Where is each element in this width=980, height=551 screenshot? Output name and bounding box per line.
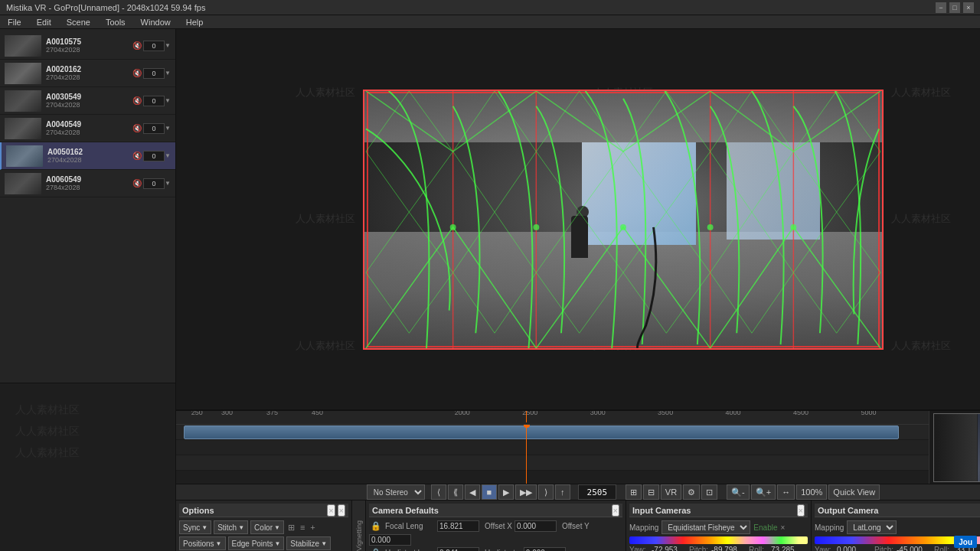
menu-scene[interactable]: Scene bbox=[62, 15, 95, 29]
options-expand-btn[interactable]: × bbox=[327, 504, 335, 517]
menu-tools[interactable]: Tools bbox=[101, 15, 130, 29]
preview-container[interactable] bbox=[363, 90, 884, 350]
timeline-ruler-container: 250 300 375 450 2000 2500 3000 3500 4000… bbox=[176, 411, 929, 484]
clip-name: A0040549 bbox=[46, 120, 129, 129]
volume-input[interactable] bbox=[143, 123, 165, 134]
focal-lock-icon[interactable]: 🔒 bbox=[369, 521, 383, 531]
camera-defaults-close[interactable]: × bbox=[612, 504, 619, 517]
undistort-c-input[interactable]: 0.000 bbox=[524, 547, 566, 551]
options-toolbar: Sync ▼ Stitch ▼ Color ▼ ⊞ ≡ + bbox=[179, 520, 348, 534]
volume-arrow[interactable]: ▼ bbox=[165, 42, 171, 49]
menu-window[interactable]: Window bbox=[136, 15, 175, 29]
clip-item-active[interactable]: A0050162 2704x2028 🔇 ▼ bbox=[0, 142, 175, 170]
snap-out-button[interactable]: ⟩ bbox=[538, 484, 554, 500]
track-area[interactable] bbox=[176, 425, 929, 484]
view-controls: ⊞ ⊟ VR ⚙ ⊡ bbox=[626, 484, 717, 500]
menu-edit[interactable]: Edit bbox=[32, 15, 56, 29]
zoom-out-button[interactable]: 🔍- bbox=[727, 484, 750, 500]
stop-button[interactable]: ■ bbox=[482, 484, 497, 500]
zoom-in-button[interactable]: 🔍+ bbox=[751, 484, 776, 500]
positions-dropdown[interactable]: Positions ▼ bbox=[179, 536, 226, 550]
offset-x-label: Offset X bbox=[485, 522, 512, 530]
sync-dropdown[interactable]: Sync ▼ bbox=[179, 520, 211, 534]
quick-view-button[interactable]: Quick View bbox=[828, 484, 880, 500]
clip-info: A0030549 2704x2028 bbox=[46, 93, 129, 109]
list-icon[interactable]: ≡ bbox=[299, 520, 306, 534]
vr-view-button[interactable]: VR bbox=[661, 484, 681, 500]
pitch-value: -89.798 bbox=[711, 546, 746, 551]
mapping-select[interactable]: Equidistant Fisheye bbox=[662, 520, 750, 534]
edge-points-dropdown[interactable]: Edge Points ▼ bbox=[228, 536, 285, 550]
menu-bar: File Edit Scene Tools Window Help bbox=[0, 15, 980, 29]
volume-input[interactable] bbox=[143, 68, 165, 79]
output-mapping-label: Mapping bbox=[815, 523, 844, 532]
track-clip[interactable] bbox=[184, 425, 899, 439]
clip-item[interactable]: A0020162 2704x2028 🔇 ▼ bbox=[0, 60, 175, 87]
stabilize-dropdown[interactable]: Stabilize ▼ bbox=[286, 536, 331, 550]
linkedin-badge[interactable]: Jou bbox=[954, 536, 977, 548]
stitch-dropdown[interactable]: Stitch ▼ bbox=[214, 520, 248, 534]
viewport[interactable]: 人人素材社区 人人素材社区 人人素材社区 人人素材社区 人人素材社区 人人素材社… bbox=[176, 29, 980, 409]
snap-in-button[interactable]: ⟨ bbox=[431, 484, 446, 500]
menu-help[interactable]: Help bbox=[181, 15, 208, 29]
watermark-text: 人人素材社区 bbox=[891, 212, 951, 226]
volume-input[interactable] bbox=[143, 151, 165, 161]
clip-volume: 🔇 ▼ bbox=[132, 178, 171, 189]
volume-arrow[interactable]: ▼ bbox=[165, 152, 171, 159]
roll-label: Roll: bbox=[749, 546, 768, 551]
zoom-level-button[interactable]: 100% bbox=[796, 484, 827, 500]
clip-thumbnail bbox=[5, 90, 41, 112]
input-cameras-close[interactable]: × bbox=[797, 504, 805, 517]
sync-arrow: ▼ bbox=[201, 524, 207, 531]
stitch-label: Stitch bbox=[217, 523, 237, 532]
clip-item[interactable]: A0030549 2704x2028 🔇 ▼ bbox=[0, 87, 175, 115]
undistort-lock-icon[interactable]: 🔒 bbox=[369, 548, 383, 551]
loop-button[interactable]: ↑ bbox=[555, 484, 570, 500]
enable-close[interactable]: × bbox=[781, 523, 786, 532]
color-arrow: ▼ bbox=[274, 524, 280, 531]
play-button[interactable]: ▶ bbox=[498, 484, 514, 500]
volume-input[interactable] bbox=[143, 178, 165, 189]
output-mapping-select[interactable]: LatLong bbox=[847, 520, 897, 534]
volume-arrow[interactable]: ▼ bbox=[165, 70, 171, 77]
volume-arrow[interactable]: ▼ bbox=[165, 97, 171, 104]
grid-view-button[interactable]: ⊟ bbox=[643, 484, 659, 500]
output-roll-label: Roll: bbox=[934, 546, 953, 551]
volume-icon: 🔇 bbox=[132, 96, 142, 105]
ruler-label: 3000 bbox=[590, 411, 606, 416]
clip-info: A0010575 2704x2028 bbox=[46, 37, 129, 54]
prev-frame-button[interactable]: ⟪ bbox=[448, 484, 463, 500]
volume-icon: 🔇 bbox=[132, 41, 142, 50]
clip-size: 2704x2028 bbox=[46, 73, 129, 81]
stereo-dropdown[interactable]: No Stereo bbox=[367, 484, 425, 500]
grid-icon[interactable]: ⊞ bbox=[286, 520, 296, 534]
zoom-fit2-button[interactable]: ↔ bbox=[777, 484, 795, 500]
volume-input[interactable] bbox=[143, 41, 165, 51]
clip-item[interactable]: A0060549 2784x2028 🔇 ▼ bbox=[0, 170, 175, 197]
close-button[interactable]: × bbox=[963, 2, 974, 13]
volume-arrow[interactable]: ▼ bbox=[165, 125, 171, 132]
input-cameras-panel: Input Cameras × Mapping Equidistant Fish… bbox=[626, 500, 812, 551]
next-frame-button[interactable]: ▶▶ bbox=[515, 484, 537, 500]
menu-file[interactable]: File bbox=[3, 15, 26, 29]
color-dropdown[interactable]: Color ▼ bbox=[250, 520, 284, 534]
rewind-button[interactable]: ◀ bbox=[465, 484, 480, 500]
zoom-controls: 🔍- 🔍+ ↔ 100% Quick View bbox=[727, 484, 880, 500]
focal-leng-input[interactable]: 16.821 bbox=[437, 520, 479, 532]
clip-item[interactable]: A0040549 2704x2028 🔇 ▼ bbox=[0, 115, 175, 142]
clip-item[interactable]: A0010575 2704x2028 🔇 ▼ bbox=[0, 32, 175, 60]
zoom-fit-button[interactable]: ⊡ bbox=[701, 484, 717, 500]
undistort-b-input[interactable]: 0.041 bbox=[437, 547, 479, 551]
maximize-button[interactable]: □ bbox=[949, 2, 960, 13]
clip-name: A0050162 bbox=[47, 148, 129, 156]
split-view-button[interactable]: ⊞ bbox=[626, 484, 642, 500]
thumbnail-strip[interactable]: 1 bbox=[933, 413, 981, 482]
options-close-btn[interactable]: × bbox=[338, 504, 345, 517]
settings-button[interactable]: ⚙ bbox=[683, 484, 700, 500]
volume-arrow[interactable]: ▼ bbox=[165, 180, 171, 187]
offset-x-input[interactable]: 0.000 bbox=[514, 520, 557, 532]
minimize-button[interactable]: − bbox=[936, 2, 946, 13]
volume-input[interactable] bbox=[143, 96, 165, 106]
offset-y-input[interactable]: 0.000 bbox=[369, 534, 411, 546]
plus-icon[interactable]: + bbox=[309, 520, 316, 534]
